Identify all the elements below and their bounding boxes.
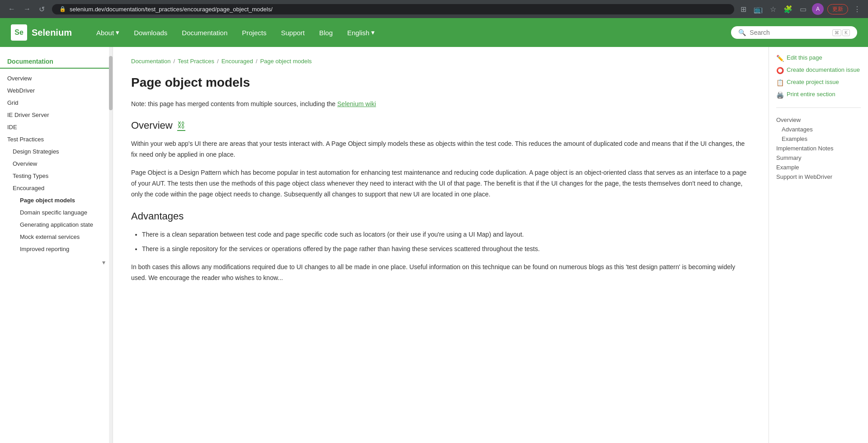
extensions-button[interactable]: 🧩 [782,3,794,15]
scroll-thumb[interactable] [109,56,113,110]
bookmark-button[interactable]: ☆ [768,3,778,15]
create-project-issue-link[interactable]: 📋 Create project issue [776,79,861,86]
nav-blog[interactable]: Blog [313,25,339,40]
sidebar-item-webdriver[interactable]: WebDriver [0,84,113,97]
profile-button[interactable]: A [812,3,824,15]
kbd-key: K [842,29,850,36]
sidebar-item-domain-specific[interactable]: Domain specific language [0,206,113,219]
create-project-issue-label: Create project issue [787,79,839,85]
kbd-mod: ⌘ [832,29,841,36]
list-item: There is a single repository for the ser… [142,244,750,255]
toc-support-webdriver[interactable]: Support in WebDriver [776,172,861,182]
language-dropdown-icon: ▾ [371,28,375,37]
url-text: selenium.dev/documentation/test_practice… [70,6,273,13]
nav-language[interactable]: English ▾ [341,25,381,40]
advantages-heading: Advantages [131,210,750,222]
sidebar-item-grid[interactable]: Grid [0,97,113,109]
overview-anchor-link[interactable]: ⛓ [177,121,185,131]
page-layout: Documentation Overview WebDriver Grid IE… [0,47,868,443]
advantages-outro: In both cases this allows any modificati… [131,262,750,284]
site-nav: About ▾ Downloads Documentation Projects… [90,25,731,40]
toc-example[interactable]: Example [776,163,861,172]
print-icon: 🖨️ [776,91,784,98]
project-issue-icon: 📋 [776,79,784,86]
sidebar-item-encouraged[interactable]: Encouraged [0,182,113,194]
nav-documentation[interactable]: Documentation [175,25,234,40]
nav-downloads[interactable]: Downloads [127,25,174,40]
search-box[interactable]: 🔍 ⌘ K [731,26,857,39]
print-section-link[interactable]: 🖨️ Print entire section [776,91,861,98]
overview-heading: Overview ⛓ [131,120,750,131]
toc-overview[interactable]: Overview [776,115,861,125]
toc-advantages[interactable]: Advantages [776,125,861,134]
breadcrumb: Documentation / Test Practices / Encoura… [131,58,750,65]
overview-title: Overview [131,120,173,131]
print-section-label: Print entire section [787,91,835,98]
toc-examples[interactable]: Examples [776,134,861,144]
logo-text: Selenium [32,28,72,38]
sidebar-item-page-object-models[interactable]: Page object models [0,194,113,206]
right-sidebar-actions: ✏️ Edit this page ⭕ Create documentation… [776,54,861,98]
sidebar-item-ie-driver[interactable]: IE Driver Server [0,109,113,121]
nav-actions: 🔍 ⌘ K [731,26,857,39]
translate-button[interactable]: ⊞ [739,3,748,15]
nav-projects[interactable]: Projects [236,25,273,40]
sidebar-section-title: Documentation [0,54,113,69]
sidebar-expand-icon[interactable]: ▾ [102,259,105,266]
advantages-list: There is a clean separation between test… [142,229,750,255]
site-header: Se Selenium About ▾ Downloads Documentat… [0,18,868,47]
toc-summary[interactable]: Summary [776,153,861,163]
selenium-wiki-link[interactable]: Selenium wiki [337,100,376,107]
nav-about[interactable]: About ▾ [90,25,126,40]
address-bar[interactable]: 🔒 selenium.dev/documentation/test_practi… [52,4,734,14]
breadcrumb-encouraged[interactable]: Encouraged [222,58,253,65]
scroll-indicator [109,47,113,443]
edit-page-label: Edit this page [787,54,822,61]
main-content: Documentation / Test Practices / Encoura… [113,47,769,443]
keyboard-hint: ⌘ K [832,29,850,36]
sidebar-item-improved-reporting[interactable]: Improved reporting [0,243,113,255]
sidebar-item-testing-types[interactable]: Testing Types [0,170,113,182]
sidebar-item-ide[interactable]: IDE [0,121,113,133]
right-sidebar: ✏️ Edit this page ⭕ Create documentation… [769,47,868,443]
breadcrumb-current[interactable]: Page object models [260,58,311,65]
nav-support[interactable]: Support [274,25,311,40]
breadcrumb-test-practices[interactable]: Test Practices [178,58,214,65]
browser-chrome: ← → ↺ 🔒 selenium.dev/documentation/test_… [0,0,868,18]
toc-divider [776,107,861,108]
sidebar-item-generating-state[interactable]: Generating application state [0,219,113,231]
about-dropdown-icon: ▾ [116,28,119,37]
content-note: Note: this page has merged contents from… [131,99,750,109]
back-button[interactable]: ← [5,4,18,14]
create-doc-issue-link[interactable]: ⭕ Create documentation issue [776,66,861,74]
left-sidebar: Documentation Overview WebDriver Grid IE… [0,47,113,443]
forward-button[interactable]: → [21,4,33,14]
sidebar-item-overview[interactable]: Overview [0,72,113,84]
menu-button[interactable]: ⋮ [852,3,863,15]
site-logo[interactable]: Se Selenium [11,24,72,41]
note-prefix: Note: this page has merged contents from… [131,100,335,107]
page-title: Page object models [131,75,750,90]
doc-issue-icon: ⭕ [776,67,784,74]
overview-para-2: Page Object is a Design Pattern which ha… [131,168,750,200]
logo-icon: Se [11,24,27,41]
list-item: There is a clean separation between test… [142,229,750,240]
sidebar-item-test-practices[interactable]: Test Practices [0,133,113,145]
edit-page-link[interactable]: ✏️ Edit this page [776,54,861,62]
sidebar-item-overview-sub[interactable]: Overview [0,158,113,170]
breadcrumb-sep-2: / [217,58,219,65]
lock-icon: 🔒 [59,6,66,12]
sidebar-toggle[interactable]: ▭ [798,3,808,15]
reload-button[interactable]: ↺ [36,4,47,14]
update-button[interactable]: 更新 [827,4,848,14]
browser-actions: ⊞ 📺 ☆ 🧩 ▭ A 更新 ⋮ [739,3,863,15]
overview-para-1: Within your web app's UI there are areas… [131,139,750,160]
search-input[interactable] [750,29,829,36]
sidebar-item-design-strategies[interactable]: Design Strategies [0,145,113,158]
sidebar-item-mock-external[interactable]: Mock external services [0,231,113,243]
toc-implementation-notes[interactable]: Implementation Notes [776,144,861,153]
cast-button[interactable]: 📺 [752,3,764,15]
search-icon: 🔍 [738,29,746,36]
edit-icon: ✏️ [776,55,784,62]
breadcrumb-documentation[interactable]: Documentation [131,58,170,65]
